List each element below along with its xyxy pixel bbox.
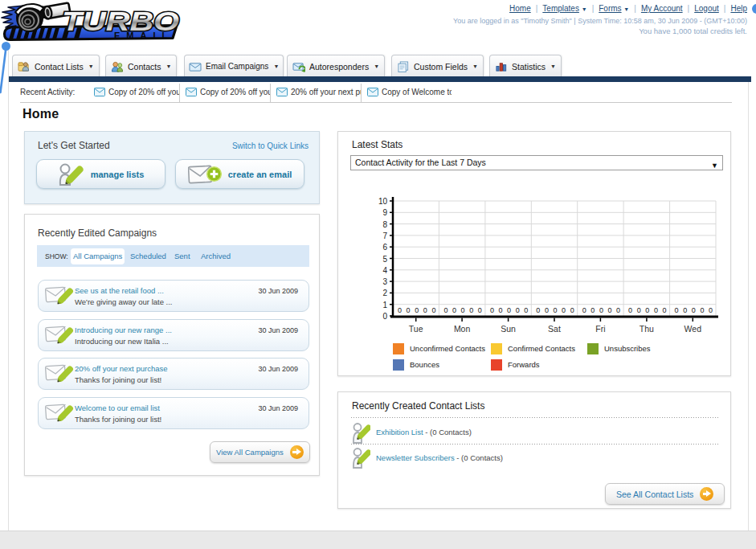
svg-text:Thu: Thu bbox=[640, 324, 654, 334]
svg-text:Tue: Tue bbox=[409, 324, 423, 334]
svg-text:0: 0 bbox=[490, 306, 494, 314]
svg-text:0: 0 bbox=[452, 306, 456, 314]
svg-text:0: 0 bbox=[562, 306, 566, 314]
svg-text:0: 0 bbox=[683, 306, 687, 314]
svg-text:7: 7 bbox=[382, 231, 387, 240]
svg-text:10: 10 bbox=[378, 197, 388, 206]
svg-text:Sun: Sun bbox=[501, 324, 516, 334]
svg-text:0: 0 bbox=[431, 306, 435, 314]
svg-text:0: 0 bbox=[443, 306, 447, 314]
svg-text:0: 0 bbox=[469, 306, 473, 314]
svg-text:0: 0 bbox=[590, 306, 595, 314]
svg-text:0: 0 bbox=[637, 306, 641, 314]
svg-text:0: 0 bbox=[516, 306, 520, 314]
svg-text:Sat: Sat bbox=[548, 324, 561, 334]
svg-text:0: 0 bbox=[398, 306, 402, 314]
svg-text:0: 0 bbox=[536, 306, 540, 314]
svg-text:9: 9 bbox=[382, 208, 387, 217]
svg-text:8: 8 bbox=[382, 220, 387, 229]
svg-text:Mon: Mon bbox=[454, 324, 471, 334]
svg-text:EMAIL: EMAIL bbox=[114, 31, 174, 40]
svg-text:0: 0 bbox=[570, 306, 574, 314]
svg-text:5: 5 bbox=[382, 255, 387, 264]
svg-text:0: 0 bbox=[616, 306, 620, 314]
svg-text:0: 0 bbox=[498, 306, 502, 314]
svg-text:0: 0 bbox=[700, 306, 704, 314]
svg-text:0: 0 bbox=[553, 306, 557, 314]
svg-text:1: 1 bbox=[382, 301, 387, 309]
svg-text:4: 4 bbox=[382, 266, 387, 275]
svg-text:0: 0 bbox=[423, 306, 427, 314]
svg-text:0: 0 bbox=[524, 306, 528, 314]
svg-text:Fri: Fri bbox=[595, 324, 605, 334]
svg-text:0: 0 bbox=[692, 306, 696, 314]
svg-text:6: 6 bbox=[382, 243, 387, 252]
svg-text:0: 0 bbox=[675, 306, 679, 314]
svg-text:0: 0 bbox=[645, 306, 649, 314]
svg-text:0: 0 bbox=[599, 306, 603, 314]
svg-text:0: 0 bbox=[507, 306, 511, 314]
svg-text:3: 3 bbox=[382, 277, 387, 286]
svg-text:0: 0 bbox=[461, 306, 465, 314]
svg-text:0: 0 bbox=[654, 306, 658, 314]
svg-text:0: 0 bbox=[662, 306, 666, 314]
svg-text:0: 0 bbox=[628, 306, 632, 314]
svg-text:0: 0 bbox=[478, 306, 482, 314]
svg-text:0: 0 bbox=[545, 306, 549, 314]
svg-text:0: 0 bbox=[407, 306, 411, 314]
svg-text:0: 0 bbox=[709, 306, 713, 314]
svg-text:Wed: Wed bbox=[684, 324, 702, 334]
svg-text:0: 0 bbox=[582, 306, 586, 314]
svg-text:2: 2 bbox=[382, 289, 387, 297]
svg-text:0: 0 bbox=[382, 312, 387, 321]
svg-text:0: 0 bbox=[415, 306, 419, 314]
svg-text:0: 0 bbox=[607, 306, 611, 314]
